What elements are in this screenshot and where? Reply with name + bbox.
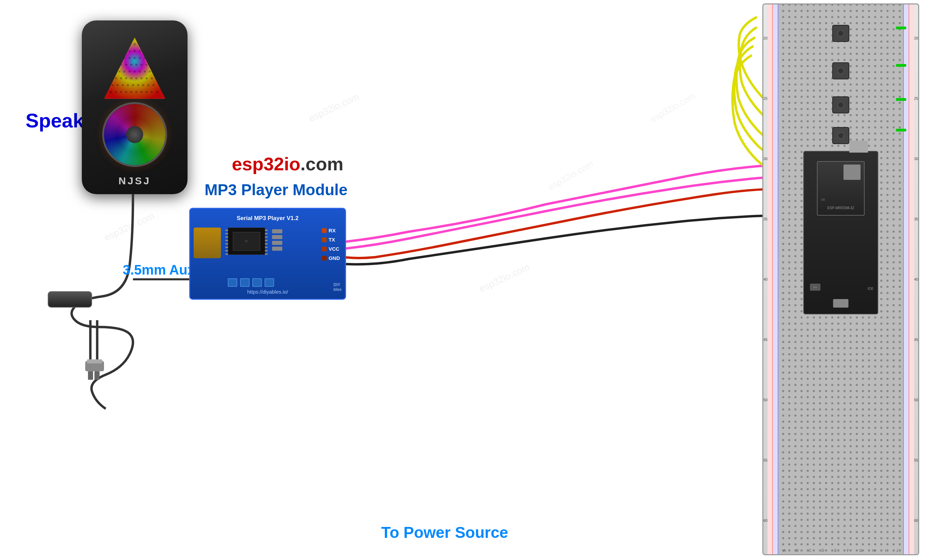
svg-point-23 — [144, 71, 146, 72]
svg-point-21 — [134, 71, 136, 72]
svg-point-45 — [125, 91, 127, 93]
mp3-pads — [228, 278, 274, 287]
mp3-module-pcb: Serial MP3 Player V1.2 IC — [189, 208, 346, 300]
svg-point-18 — [118, 71, 120, 72]
esp-usb-port — [833, 299, 849, 308]
mp3-ic: IC — [228, 228, 265, 255]
svg-point-10 — [139, 57, 141, 59]
svg-point-15 — [135, 64, 138, 66]
button-2 — [832, 62, 849, 79]
button-4 — [832, 127, 849, 144]
svg-point-32 — [151, 77, 153, 79]
svg-point-7 — [123, 57, 126, 59]
col-letters: A B C D E F G H I J — [778, 548, 903, 552]
esp-antenna-chip — [843, 165, 861, 180]
green-wire-4 — [896, 129, 906, 131]
svg-point-31 — [145, 77, 148, 79]
mp3-small-components — [272, 229, 282, 251]
esp32-body: ESP-WROOM-32 C€ EN IO0 — [803, 151, 878, 314]
svg-point-24 — [149, 71, 151, 72]
green-wire-2 — [896, 64, 906, 67]
svg-point-33 — [112, 84, 113, 86]
svg-point-49 — [145, 91, 148, 93]
rail-left-blue — [773, 5, 778, 554]
svg-point-11 — [144, 57, 146, 59]
breadboard: 20 25 30 35 40 45 50 55 60 20 25 30 35 4… — [763, 3, 919, 555]
speaker-brand: NJSJ — [118, 175, 151, 187]
svg-point-16 — [141, 64, 142, 66]
svg-point-12 — [120, 64, 122, 66]
mp3-sd-slot — [194, 228, 221, 258]
button-3 — [832, 97, 849, 113]
svg-point-44 — [120, 91, 122, 93]
svg-point-22 — [139, 71, 141, 72]
svg-point-50 — [151, 91, 153, 93]
svg-point-51 — [156, 91, 158, 93]
inline-control — [48, 291, 92, 308]
svg-point-43 — [115, 91, 117, 93]
row-numbers-left: 20 25 30 35 40 45 50 55 60 — [763, 8, 767, 551]
aux-label: 3.5mm Aux — [123, 262, 195, 278]
diy-logo: DIYbles — [333, 282, 342, 292]
svg-point-40 — [147, 84, 149, 86]
svg-point-42 — [110, 91, 112, 93]
svg-point-25 — [115, 77, 117, 79]
svg-point-36 — [127, 84, 129, 86]
svg-point-13 — [125, 64, 127, 66]
svg-point-4 — [129, 50, 130, 52]
svg-point-17 — [145, 64, 148, 66]
mp3-pin-headers: RX TX VCC GND — [322, 228, 340, 261]
svg-point-27 — [125, 77, 127, 79]
mp3-title: Serial MP3 Player V1.2 — [237, 215, 298, 222]
svg-point-41 — [153, 84, 154, 86]
speaker-body: NJSJ — [82, 20, 188, 194]
svg-point-30 — [141, 77, 142, 79]
power-source-label: To Power Source — [381, 523, 508, 542]
button-1 — [832, 25, 849, 42]
svg-point-8 — [129, 57, 130, 59]
io0-label: IO0 — [868, 287, 873, 291]
rail-left-red — [767, 5, 773, 554]
row-numbers-right: 20 25 30 35 40 45 50 55 60 — [914, 8, 918, 551]
svg-point-29 — [135, 77, 138, 79]
svg-point-6 — [139, 50, 141, 52]
esp32io-watermark: esp32io.com — [232, 153, 343, 174]
svg-point-38 — [137, 84, 139, 86]
svg-point-47 — [135, 91, 138, 93]
green-wire-1 — [896, 27, 906, 29]
mp3-module-label: MP3 Player Module — [204, 181, 347, 199]
svg-point-14 — [130, 64, 132, 66]
svg-point-39 — [142, 84, 144, 86]
svg-point-9 — [134, 57, 136, 59]
svg-point-19 — [123, 71, 126, 72]
en-button: EN — [810, 284, 820, 291]
svg-point-34 — [117, 84, 119, 86]
svg-point-20 — [129, 71, 130, 72]
svg-point-28 — [130, 77, 132, 79]
svg-point-26 — [120, 77, 122, 79]
mp3-url: https://diyables.io/ — [247, 289, 288, 294]
rail-right-red — [909, 5, 914, 554]
esp-wroom-module: ESP-WROOM-32 C€ — [817, 161, 865, 216]
esp32-antenna — [849, 141, 868, 152]
svg-point-48 — [141, 91, 142, 93]
rail-right-blue — [903, 5, 909, 554]
svg-point-5 — [134, 50, 136, 52]
svg-point-35 — [122, 84, 124, 86]
svg-point-37 — [132, 84, 134, 86]
svg-point-46 — [130, 91, 132, 93]
esp32-on-breadboard: ESP-WROOM-32 C€ EN IO0 — [803, 151, 878, 314]
speaker-woofer — [102, 102, 167, 167]
speaker-grille — [104, 34, 165, 102]
esp-model-text: ESP-WROOM-32 — [828, 206, 854, 210]
green-wire-3 — [896, 98, 906, 101]
svg-point-3 — [134, 43, 136, 45]
